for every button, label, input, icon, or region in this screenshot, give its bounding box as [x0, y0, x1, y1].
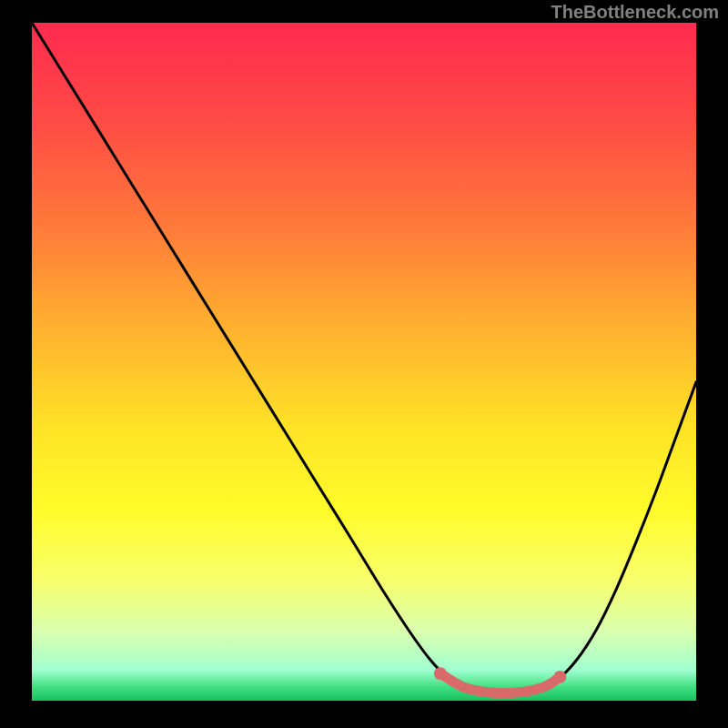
gradient-background: [32, 23, 696, 701]
chart-container: TheBottleneck.com: [0, 0, 728, 728]
marker-dot: [553, 671, 566, 683]
watermark-text: TheBottleneck.com: [551, 2, 719, 23]
chart-svg: [32, 23, 696, 701]
marker-dot: [434, 667, 447, 680]
plot-area: [32, 23, 696, 701]
